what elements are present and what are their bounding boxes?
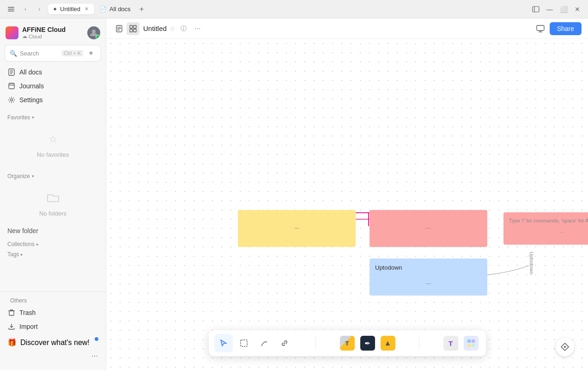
tool-group-select	[214, 334, 294, 352]
folders-empty-icon	[44, 189, 62, 207]
star-button[interactable]: ☆	[170, 25, 176, 32]
favorites-chevron: ▾	[32, 115, 34, 120]
tool-group-highlight: T ✒ ▲	[338, 334, 397, 352]
trash-icon	[7, 308, 16, 317]
sidebar-toggle-button[interactable]	[6, 4, 17, 15]
svg-rect-22	[133, 25, 136, 28]
sidebar-layout-button[interactable]	[531, 4, 541, 14]
tab-untitled-label: Untitled	[60, 6, 80, 12]
sidebar-item-import[interactable]: Import	[3, 320, 103, 333]
close-button[interactable]: ✕	[572, 4, 582, 14]
tab-untitled[interactable]: ✦ Untitled ✕	[48, 4, 94, 14]
svg-point-35	[564, 346, 566, 348]
tab-untitled-close[interactable]: ✕	[83, 6, 90, 12]
sticky-note-yellow[interactable]: —	[238, 210, 356, 247]
user-avatar[interactable]	[87, 26, 100, 39]
editor-toolbar: Untitled ☆ ⓘ ··· Share	[106, 18, 588, 39]
trash-label: Trash	[19, 309, 36, 316]
shapes-tool-button[interactable]: ▲	[379, 334, 397, 352]
connector-tool-button[interactable]	[255, 334, 273, 352]
workspace-sub: ☁ Cloud	[22, 33, 66, 39]
toolbar-separator-2	[419, 337, 419, 350]
connection-lines	[106, 39, 588, 370]
organize-label: Organize	[7, 173, 30, 179]
navigate-float-button[interactable]	[556, 338, 574, 356]
svg-rect-30	[241, 340, 247, 346]
tags-header[interactable]: Tags ▸	[0, 249, 106, 259]
sidebar-bottom: Others Trash Impor	[0, 291, 106, 366]
cloud-icon: ☁	[22, 33, 27, 39]
app-body: AFFiNE Cloud ☁ Cloud 🔍 Search Ctrl + K +	[0, 18, 588, 370]
new-folder-label: New folder	[7, 227, 38, 234]
sticky-note-blue[interactable]: Uptodown —	[370, 259, 487, 296]
search-bar[interactable]: 🔍 Search Ctrl + K +	[5, 45, 101, 62]
share-button[interactable]: Share	[550, 22, 582, 35]
minimize-button[interactable]: —	[545, 4, 555, 14]
title-bar-right: — ⬜ ✕	[531, 4, 582, 14]
nav-forward-button[interactable]: ›	[34, 4, 44, 14]
doc-view-button[interactable]	[113, 22, 126, 35]
highlight-tool-button[interactable]: T	[338, 334, 357, 352]
info-button[interactable]: ⓘ	[178, 23, 189, 34]
sidebar-header: AFFiNE Cloud ☁ Cloud	[0, 22, 106, 43]
svg-rect-10	[9, 83, 14, 89]
favorites-empty: ☆ No favorites	[0, 123, 106, 166]
more-options-button[interactable]: ···	[192, 23, 203, 34]
doc-title: Untitled	[143, 25, 167, 32]
tab-untitled-icon: ✦	[53, 6, 57, 12]
edgeless-view-button[interactable]	[127, 22, 139, 35]
toolbar-right: Share	[534, 22, 582, 35]
pink1-note-text: —	[375, 225, 482, 230]
link-tool-button[interactable]	[275, 334, 294, 352]
discover-notification-dot	[95, 337, 98, 341]
collections-header[interactable]: Collections ▸	[0, 239, 106, 249]
pink2-note-sub: —	[509, 229, 588, 234]
sidebar-more-button[interactable]: ···	[89, 351, 100, 362]
doc-title-row: Untitled ☆ ⓘ ···	[143, 23, 530, 34]
pink2-note-text: Type '/' for commands, 'space' for AI	[509, 218, 588, 223]
tab-all-docs[interactable]: 📄 All docs	[95, 4, 135, 14]
text-tool-button[interactable]: T	[442, 334, 460, 352]
svg-point-5	[92, 30, 96, 33]
sticky-note-pink2[interactable]: Type '/' for commands, 'space' for AI —	[503, 212, 588, 245]
pen-tool-button[interactable]: ✒	[358, 334, 377, 352]
sticky-note-pink1[interactable]: —	[370, 210, 487, 247]
collections-chevron: ▸	[36, 242, 39, 247]
tab-all-docs-label: All docs	[109, 6, 131, 12]
svg-rect-32	[472, 339, 475, 343]
tags-label: Tags	[7, 251, 19, 258]
svg-point-14	[11, 99, 13, 101]
new-folder-button[interactable]: New folder	[0, 224, 106, 237]
toolbar-separator-1	[315, 337, 316, 350]
new-tab-button[interactable]: +	[136, 4, 147, 15]
sidebar-item-all-docs[interactable]: All docs	[3, 65, 103, 79]
search-text: Search	[20, 50, 59, 57]
svg-rect-31	[467, 339, 471, 343]
canvas-area[interactable]: ▶ — — Type '/' for commands, 'space' for…	[106, 39, 588, 370]
select-tool-button[interactable]	[214, 334, 233, 352]
svg-rect-24	[133, 29, 136, 32]
vertical-text: Uptodown	[529, 252, 534, 275]
editor-area: Untitled ☆ ⓘ ··· Share	[106, 18, 588, 370]
sidebar-item-trash[interactable]: Trash	[3, 306, 103, 320]
organize-section: Organize ▾ No folders New folder	[0, 171, 106, 237]
template-tool-button[interactable]	[462, 334, 480, 352]
discover-section[interactable]: 🎁 Discover what's new!	[3, 335, 103, 350]
workspace-info[interactable]: AFFiNE Cloud ☁ Cloud	[6, 26, 66, 39]
title-bar: ‹ › ✦ Untitled ✕ 📄 All docs + — ⬜ ✕	[0, 0, 588, 18]
organize-header[interactable]: Organize ▾	[0, 171, 106, 181]
sidebar-item-settings[interactable]: Settings	[3, 93, 103, 107]
maximize-button[interactable]: ⬜	[558, 4, 569, 14]
new-doc-button[interactable]: +	[86, 48, 96, 58]
favorites-header[interactable]: Favorites ▾	[0, 112, 106, 123]
present-button[interactable]	[534, 22, 547, 35]
settings-icon	[7, 96, 16, 104]
frame-tool-button[interactable]	[235, 334, 253, 352]
all-docs-label: All docs	[19, 68, 42, 76]
nav-back-button[interactable]: ‹	[20, 4, 30, 14]
organize-empty-text: No folders	[39, 210, 67, 217]
sidebar-item-journals[interactable]: Journals	[3, 79, 103, 93]
tags-chevron: ▸	[21, 252, 23, 257]
journals-label: Journals	[19, 82, 44, 90]
search-icon: 🔍	[10, 50, 17, 57]
